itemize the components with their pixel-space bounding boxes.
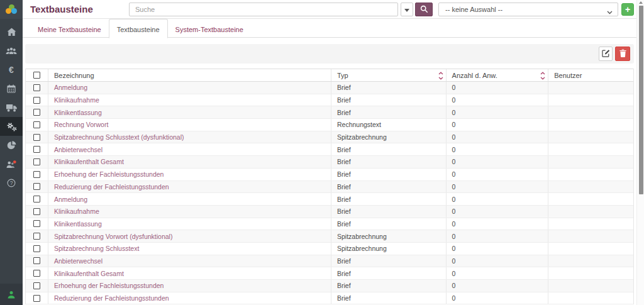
edit-button[interactable] — [599, 47, 613, 61]
tab-bar: Meine TextbausteineTextbausteineSystem-T… — [23, 19, 636, 38]
app-logo[interactable] — [0, 0, 23, 19]
row-checkbox[interactable] — [33, 109, 40, 116]
sort-icon[interactable] — [540, 72, 545, 81]
row-checkbox[interactable] — [33, 233, 40, 240]
row-link-bezeichnung[interactable]: Reduzierung der Fachleistungsstunden — [54, 183, 169, 191]
column-header-bezeichnung[interactable]: Bezeichnung — [48, 69, 331, 81]
row-link-bezeichnung[interactable]: Klinikentlassung — [54, 220, 102, 228]
row-checkbox[interactable] — [33, 183, 40, 190]
row-checkbox[interactable] — [33, 295, 40, 302]
sidebar-item-profile[interactable] — [0, 284, 23, 305]
row-link-bezeichnung[interactable]: Spitzabrechnung Vorwort (dysfunktional) — [54, 233, 173, 240]
row-anzahl-cell: 0 — [447, 206, 549, 218]
table-row[interactable]: Reduzierung der FachleistungsstundenBrie… — [26, 292, 633, 305]
row-checkbox[interactable] — [33, 270, 40, 277]
row-checkbox[interactable] — [33, 134, 40, 141]
three-circles-logo-icon — [6, 4, 17, 14]
sidebar-item-user-alerts[interactable] — [0, 155, 23, 174]
tab-meine-textbausteine[interactable]: Meine Textbausteine — [30, 19, 109, 38]
row-checkbox[interactable] — [33, 282, 40, 289]
row-link-bezeichnung[interactable]: Spitzabrechnung Schlusstext (dysfunktion… — [54, 133, 184, 141]
sidebar-item-statistics[interactable] — [0, 136, 23, 155]
sidebar-item-settings[interactable] — [0, 117, 23, 136]
select-all-checkbox[interactable] — [33, 72, 40, 79]
row-link-bezeichnung[interactable]: Reduzierung der Fachleistungsstunden — [54, 294, 169, 302]
row-typ-cell: Brief — [331, 181, 447, 193]
row-anzahl-cell: 0 — [447, 119, 549, 131]
sort-icon[interactable] — [438, 72, 443, 81]
row-link-bezeichnung[interactable]: Anbieterwechsel — [54, 146, 103, 153]
table-row[interactable]: Spitzabrechnung SchlusstextSpitzabrechnu… — [26, 243, 633, 255]
table-row[interactable]: AnmeldungBrief0 — [26, 193, 633, 206]
vertical-scrollbar[interactable] — [636, 0, 644, 305]
row-link-bezeichnung[interactable]: Klinikentlassung — [54, 109, 102, 116]
table-row[interactable]: AnmeldungBrief0 — [26, 82, 633, 94]
row-checkbox[interactable] — [33, 257, 40, 264]
row-checkbox[interactable] — [33, 245, 40, 252]
table-row[interactable]: AnbieterwechselBrief0 — [26, 255, 633, 268]
row-bezeichnung-cell: Klinikentlassung — [48, 218, 331, 230]
scroll-up-arrow-icon[interactable] — [639, 1, 643, 4]
row-typ-cell: Brief — [331, 143, 447, 155]
add-button[interactable]: + — [621, 3, 634, 16]
table-row[interactable]: KlinikaufnahmeBrief0 — [26, 206, 633, 218]
row-benutzer-cell — [548, 218, 633, 230]
table-row[interactable]: Klinikaufenthalt GesamtBrief0 — [26, 156, 633, 169]
sidebar-item-finance[interactable]: € — [0, 60, 23, 79]
filter-select[interactable]: -- keine Auswahl -- — [438, 3, 618, 16]
table-row[interactable]: Rechnung VorwortRechnungstext0 — [26, 119, 633, 131]
sidebar-item-help[interactable]: ? — [0, 174, 23, 192]
sidebar: €? — [0, 0, 23, 305]
row-checkbox[interactable] — [33, 97, 40, 104]
row-link-bezeichnung[interactable]: Erhoehung der Fachleistungsstunden — [54, 170, 164, 178]
row-link-bezeichnung[interactable]: Klinikaufnahme — [54, 208, 99, 215]
row-checkbox[interactable] — [33, 220, 40, 227]
row-link-bezeichnung[interactable]: Spitzabrechnung Schlusstext — [54, 245, 139, 252]
column-header-benutzer[interactable]: Benutzer — [548, 69, 633, 81]
row-link-bezeichnung[interactable]: Klinikaufenthalt Gesamt — [54, 158, 124, 165]
table-row[interactable]: KlinikentlassungBrief0 — [26, 218, 633, 231]
row-link-bezeichnung[interactable]: Klinikaufenthalt Gesamt — [54, 270, 124, 277]
scrollbar-thumb[interactable] — [639, 6, 643, 194]
row-anzahl-cell: 0 — [447, 230, 549, 242]
table-row[interactable]: Erhoehung der FachleistungsstundenBrief0 — [26, 280, 633, 292]
row-checkbox[interactable] — [33, 208, 40, 215]
table-row[interactable]: AnbieterwechselBrief0 — [26, 143, 633, 156]
row-typ-cell: Spitzabrechnung — [331, 230, 447, 242]
user-alert-icon — [6, 160, 16, 169]
row-checkbox[interactable] — [33, 84, 40, 91]
sidebar-item-home[interactable] — [0, 23, 23, 42]
search-options-button[interactable] — [401, 3, 413, 16]
table-row[interactable]: Klinikaufenthalt GesamtBrief0 — [26, 267, 633, 280]
row-checkbox[interactable] — [33, 121, 40, 128]
table-row[interactable]: Spitzabrechnung Vorwort (dysfunktional)S… — [26, 230, 633, 243]
sidebar-item-transport[interactable] — [0, 98, 23, 117]
row-link-bezeichnung[interactable]: Anmeldung — [54, 84, 87, 91]
sidebar-item-contacts[interactable] — [0, 42, 23, 60]
row-link-bezeichnung[interactable]: Klinikaufnahme — [54, 96, 99, 104]
search-button[interactable] — [415, 3, 433, 16]
table-row[interactable]: Spitzabrechnung Schlusstext (dysfunktion… — [26, 131, 633, 144]
row-bezeichnung-cell: Spitzabrechnung Vorwort (dysfunktional) — [48, 230, 331, 242]
table-row[interactable]: Erhoehung der FachleistungsstundenBrief0 — [26, 169, 633, 181]
row-checkbox-cell — [26, 218, 48, 230]
column-header-anzahl[interactable]: Anzahl d. Anw. — [447, 69, 549, 81]
search-input[interactable] — [129, 3, 398, 16]
row-link-bezeichnung[interactable]: Rechnung Vorwort — [54, 121, 108, 128]
column-header-typ[interactable]: Typ — [331, 69, 447, 81]
row-checkbox[interactable] — [33, 146, 40, 153]
row-link-bezeichnung[interactable]: Anmeldung — [54, 196, 87, 203]
table-row[interactable]: Reduzierung der FachleistungsstundenBrie… — [26, 181, 633, 194]
row-link-bezeichnung[interactable]: Anbieterwechsel — [54, 257, 103, 265]
table-row[interactable]: KlinikaufnahmeBrief0 — [26, 94, 633, 107]
sidebar-item-calendar[interactable] — [0, 79, 23, 98]
delete-button[interactable] — [615, 47, 630, 61]
row-link-bezeichnung[interactable]: Erhoehung der Fachleistungsstunden — [54, 282, 164, 289]
tab-textbausteine[interactable]: Textbausteine — [109, 19, 168, 38]
row-checkbox[interactable] — [33, 158, 40, 165]
row-benutzer-cell — [548, 94, 633, 106]
row-checkbox[interactable] — [33, 196, 40, 202]
row-checkbox[interactable] — [33, 171, 40, 178]
table-row[interactable]: KlinikentlassungBrief0 — [26, 106, 633, 119]
tab-system-textbausteine[interactable]: System-Textbausteine — [168, 19, 251, 38]
